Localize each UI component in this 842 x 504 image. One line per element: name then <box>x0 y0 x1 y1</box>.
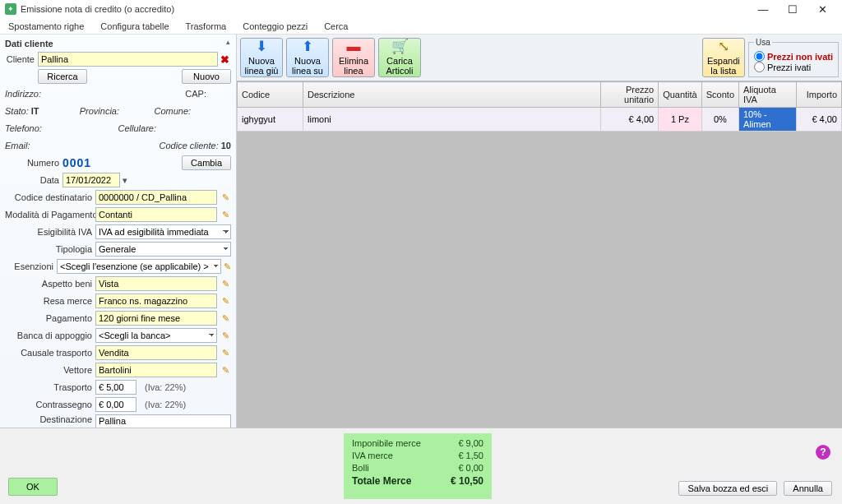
app-icon: ✦ <box>5 3 16 15</box>
iva-value: € 1,50 <box>458 451 483 460</box>
edit-icon[interactable]: ✎ <box>220 295 231 307</box>
trasporto-input[interactable] <box>95 380 136 395</box>
elimina-linea-button[interactable]: ▬Elimina linea <box>332 38 375 77</box>
provincia-label: Provincia: <box>80 106 119 116</box>
nuova-linea-giu-button[interactable]: ⬇Nuova linea giù <box>240 38 283 77</box>
mod-pag-label: Modalità di Pagamento <box>5 210 95 220</box>
cell-quantita[interactable]: 1 Pz <box>659 108 702 132</box>
minus-icon: ▬ <box>347 39 361 55</box>
iva-label: IVA merce <box>352 451 393 460</box>
cell-importo[interactable]: € 4,00 <box>797 108 842 132</box>
edit-icon[interactable]: ✎ <box>220 312 231 324</box>
date-dropdown-icon[interactable]: ▾ <box>120 175 130 186</box>
title-bar: ✦ Emissione nota di credito (o accredito… <box>0 0 842 18</box>
data-input[interactable] <box>62 173 120 187</box>
edit-icon[interactable]: ✎ <box>224 261 231 272</box>
tipologia-select[interactable]: Generale <box>95 242 231 257</box>
menu-spostamento[interactable]: Spostamento righe <box>5 20 87 33</box>
toolbar: ⬇Nuova linea giù ⬆Nuova linea su ▬Elimin… <box>237 35 842 81</box>
banca-select[interactable]: <Scegli la banca> <box>95 328 217 343</box>
codice-dest-select[interactable]: 0000000 / CD_Pallina <box>95 190 217 205</box>
edit-icon[interactable]: ✎ <box>220 192 231 203</box>
cambia-numero-button[interactable]: Cambia <box>182 155 231 170</box>
prezzi-ivati-radio[interactable] <box>754 62 765 72</box>
collapse-icon[interactable]: ▴ <box>226 38 234 46</box>
stato-value: IT <box>31 106 39 116</box>
prezzi-ivati-label: Prezzi ivati <box>767 62 811 72</box>
aspetto-select[interactable]: Vista <box>95 276 217 291</box>
col-quantita[interactable]: Quantità <box>659 82 702 108</box>
destinazione-textarea[interactable]: Pallina Italy <box>95 414 231 428</box>
cell-descrizione[interactable]: limoni <box>303 108 601 132</box>
totale-value: € 10,50 <box>451 475 483 487</box>
bottom-bar: OK Imponibile merce€ 9,00 IVA merce€ 1,5… <box>0 428 842 504</box>
cell-sconto[interactable]: 0% <box>701 108 738 132</box>
pagamento-select[interactable]: 120 giorni fine mese <box>95 311 217 326</box>
prezzi-non-ivati-radio[interactable] <box>754 51 765 62</box>
close-button[interactable]: ✕ <box>807 0 837 18</box>
ricerca-button[interactable]: Ricerca <box>38 69 87 84</box>
col-descrizione[interactable]: Descrizione <box>303 82 601 108</box>
col-prezzo[interactable]: Prezzo unitario <box>601 82 659 108</box>
causale-label: Causale trasporto <box>5 348 95 358</box>
tipologia-label: Tipologia <box>5 244 95 254</box>
espandi-lista-button[interactable]: ⤡Espandi la lista <box>702 38 745 77</box>
aspetto-label: Aspetto beni <box>5 279 95 289</box>
esig-iva-label: Esigibilità IVA <box>5 227 95 237</box>
menu-conteggio[interactable]: Conteggio pezzi <box>239 20 311 33</box>
cell-aliquota[interactable]: 10% - Alimen <box>739 108 797 132</box>
cell-prezzo[interactable]: € 4,00 <box>601 108 659 132</box>
minimize-button[interactable]: — <box>748 0 778 18</box>
col-aliquota[interactable]: Aliquota IVA <box>739 82 797 108</box>
esig-iva-select[interactable]: IVA ad esigibilità immediata <box>95 224 231 239</box>
carica-articoli-button[interactable]: 🛒Carica Articoli <box>378 38 421 77</box>
help-icon[interactable]: ? <box>816 445 830 460</box>
clear-cliente-button[interactable]: ✖ <box>218 53 231 66</box>
imponibile-label: Imponibile merce <box>352 438 421 448</box>
edit-icon[interactable]: ✎ <box>220 330 231 341</box>
codice-cliente-value: 10 <box>221 141 231 150</box>
col-importo[interactable]: Importo <box>797 82 842 108</box>
vettore-select[interactable]: Bartolini <box>95 363 217 377</box>
causale-select[interactable]: Vendita <box>95 345 217 360</box>
items-grid[interactable]: Codice Descrizione Prezzo unitario Quant… <box>237 81 842 428</box>
nuova-linea-su-button[interactable]: ⬆Nuova linea su <box>286 38 329 77</box>
left-panel: ▴ Dati cliente Cliente ✖ Ricerca Nuovo I… <box>0 35 237 428</box>
menu-cerca[interactable]: Cerca <box>321 20 351 33</box>
cliente-label: Cliente <box>5 54 38 64</box>
cell-codice[interactable]: ighygyut <box>238 108 303 132</box>
nuovo-button[interactable]: Nuovo <box>182 69 231 84</box>
usa-legend: Usa <box>754 38 772 47</box>
imponibile-value: € 9,00 <box>458 438 483 448</box>
col-codice[interactable]: Codice <box>238 82 303 108</box>
annulla-button[interactable]: Annulla <box>784 481 832 496</box>
cellulare-label: Cellulare: <box>118 123 156 133</box>
edit-icon[interactable]: ✎ <box>220 278 231 289</box>
indirizzo-label: Indirizzo: <box>5 89 41 99</box>
table-row[interactable]: ighygyut limoni € 4,00 1 Pz 0% 10% - Ali… <box>238 108 842 132</box>
prezzi-non-ivati-label: Prezzi non ivati <box>767 52 833 62</box>
stato-label: Stato: <box>5 106 29 116</box>
cap-label: CAP: <box>185 89 206 99</box>
numero-value: 0001 <box>62 156 91 169</box>
menu-trasforma[interactable]: Trasforma <box>183 20 230 33</box>
edit-icon[interactable]: ✎ <box>220 364 231 376</box>
edit-icon[interactable]: ✎ <box>220 347 231 358</box>
mod-pag-select[interactable]: Contanti <box>95 207 217 222</box>
esenzioni-select[interactable]: <Scegli l'esenzione (se applicabile) > <box>57 259 221 274</box>
resa-label: Resa merce <box>5 296 95 306</box>
resa-select[interactable]: Franco ns. magazzino <box>95 294 217 308</box>
totals-panel: Imponibile merce€ 9,00 IVA merce€ 1,50 B… <box>344 433 492 499</box>
numero-label: Numero <box>5 158 62 168</box>
contrassegno-input[interactable] <box>95 397 136 412</box>
col-sconto[interactable]: Sconto <box>701 82 738 108</box>
bolli-value: € 0,00 <box>458 463 483 473</box>
salva-bozza-button[interactable]: Salva bozza ed esci <box>678 481 777 496</box>
cliente-input[interactable] <box>38 52 218 67</box>
cart-icon: 🛒 <box>391 39 409 55</box>
edit-icon[interactable]: ✎ <box>220 209 231 220</box>
ok-button[interactable]: OK <box>8 478 58 496</box>
maximize-button[interactable]: ☐ <box>778 0 807 18</box>
menu-configura[interactable]: Configura tabelle <box>97 20 172 33</box>
data-label: Data <box>5 175 62 185</box>
